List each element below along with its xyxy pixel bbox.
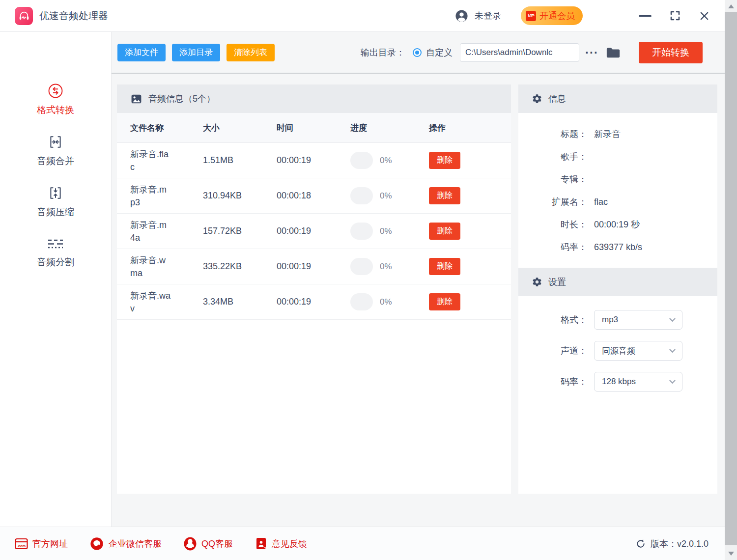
info-fields: 标题： 新录音 歌手： 专辑： 扩展名： flac 时长： 00:00:19 秒… bbox=[518, 113, 717, 268]
window-controls bbox=[606, 10, 710, 22]
add-folder-button[interactable]: 添加目录 bbox=[172, 44, 220, 61]
progress-value: 0% bbox=[380, 191, 392, 201]
delete-button[interactable]: 删除 bbox=[429, 223, 460, 240]
start-convert-button[interactable]: 开始转换 bbox=[639, 42, 703, 63]
info-field-bitrate: 码率： 639377 kb/s bbox=[518, 236, 717, 258]
headphones-icon bbox=[18, 9, 30, 22]
gear-icon bbox=[532, 93, 542, 104]
info-panel-header: 信息 bbox=[518, 84, 717, 113]
table-row[interactable]: 新录音.mp3 310.94KB 00:00:18 0% 删除 bbox=[117, 178, 511, 214]
browse-more-button[interactable]: ··· bbox=[585, 48, 598, 57]
file-time: 00:00:19 bbox=[277, 297, 350, 307]
progress-indicator bbox=[350, 187, 373, 204]
chevron-down-icon bbox=[669, 315, 676, 322]
toolbar: 添加文件 添加目录 清除列表 输出目录： 自定义 ··· 开始转换 bbox=[112, 32, 737, 74]
file-panel-header: 音频信息（5个） bbox=[117, 84, 511, 113]
sidebar-item-format-convert[interactable]: 格式转换 bbox=[0, 83, 111, 116]
info-field-artist: 歌手： bbox=[518, 145, 717, 168]
sidebar-item-audio-compress[interactable]: 音频压缩 bbox=[0, 185, 111, 219]
info-field-title: 标题： 新录音 bbox=[518, 123, 717, 145]
bitrate-select[interactable]: 128 kbps bbox=[594, 372, 682, 392]
channel-select[interactable]: 同源音频 bbox=[594, 341, 682, 361]
sidebar-item-label: 音频压缩 bbox=[37, 206, 74, 219]
custom-radio-label: 自定义 bbox=[426, 47, 453, 58]
progress-indicator bbox=[350, 152, 373, 169]
clear-list-button[interactable]: 清除列表 bbox=[227, 44, 275, 61]
official-website-link[interactable]: .com 官方网址 bbox=[15, 538, 68, 550]
sidebar-item-audio-merge[interactable]: 音频合并 bbox=[0, 134, 111, 168]
file-time: 00:00:19 bbox=[277, 261, 350, 272]
app-title: 优速音频处理器 bbox=[39, 9, 108, 23]
output-path-input[interactable] bbox=[460, 43, 579, 62]
table-row[interactable]: 新录音.wav 3.34MB 00:00:19 0% 删除 bbox=[117, 284, 511, 320]
file-name: 新录音.wav bbox=[130, 289, 170, 315]
file-size: 310.94KB bbox=[203, 191, 277, 201]
login-status[interactable]: 未登录 bbox=[454, 9, 501, 23]
sidebar-item-audio-split[interactable]: 音频分割 bbox=[0, 236, 111, 269]
feedback-icon bbox=[255, 537, 267, 551]
output-dir-label: 输出目录： bbox=[361, 47, 405, 58]
close-icon bbox=[699, 10, 710, 22]
delete-button[interactable]: 删除 bbox=[429, 293, 460, 310]
file-time: 00:00:19 bbox=[277, 226, 350, 236]
minimize-button[interactable] bbox=[639, 15, 652, 17]
wechat-support-link[interactable]: 企业微信客服 bbox=[89, 536, 162, 551]
close-button[interactable] bbox=[699, 10, 710, 22]
audio-split-icon bbox=[47, 236, 64, 251]
settings-panel-title: 设置 bbox=[548, 276, 566, 288]
progress-indicator bbox=[350, 258, 373, 275]
progress-value: 0% bbox=[380, 226, 392, 236]
scrollbar-thumb[interactable] bbox=[725, 12, 737, 545]
file-panel-title: 音频信息（5个） bbox=[148, 93, 215, 105]
table-row[interactable]: 新录音.m4a 157.72KB 00:00:19 0% 删除 bbox=[117, 214, 511, 249]
column-header-action: 操作 bbox=[429, 122, 511, 134]
delete-button[interactable]: 删除 bbox=[429, 152, 460, 169]
open-vip-button[interactable]: VIP 开通会员 bbox=[521, 6, 583, 25]
file-time: 00:00:19 bbox=[277, 155, 350, 166]
app-logo bbox=[15, 7, 33, 25]
info-settings-panel: 信息 标题： 新录音 歌手： 专辑： 扩展名： flac 时长： 00:00:1… bbox=[518, 84, 717, 494]
sidebar-item-label: 音频合并 bbox=[37, 155, 74, 168]
vip-badge-icon: VIP bbox=[526, 11, 536, 21]
feedback-link[interactable]: 意见反馈 bbox=[255, 537, 307, 551]
channel-label: 声道： bbox=[518, 345, 587, 357]
file-size: 157.72KB bbox=[203, 226, 277, 236]
scroll-down-arrow[interactable] bbox=[728, 552, 734, 556]
custom-radio[interactable] bbox=[413, 48, 422, 57]
table-row[interactable]: 新录音.flac 1.51MB 00:00:19 0% 删除 bbox=[117, 143, 511, 178]
open-folder-button[interactable] bbox=[606, 46, 621, 59]
file-size: 1.51MB bbox=[203, 155, 277, 166]
add-file-button[interactable]: 添加文件 bbox=[117, 44, 166, 61]
maximize-button[interactable] bbox=[669, 10, 681, 22]
progress-indicator bbox=[350, 293, 373, 310]
setting-channel: 声道： 同源音频 bbox=[518, 341, 717, 361]
qq-support-link[interactable]: QQ客服 bbox=[183, 536, 233, 551]
scroll-up-arrow[interactable] bbox=[728, 4, 734, 8]
audio-merge-icon bbox=[48, 134, 63, 150]
file-name: 新录音.wma bbox=[130, 254, 170, 280]
column-header-name: 文件名称 bbox=[130, 122, 203, 134]
info-field-extension: 扩展名： flac bbox=[518, 191, 717, 213]
sidebar-item-label: 音频分割 bbox=[37, 256, 74, 269]
qq-icon bbox=[183, 536, 197, 551]
delete-button[interactable]: 删除 bbox=[429, 187, 460, 204]
main-area: 音频信息（5个） 文件名称 大小 时间 进度 操作 新录音.flac 1.51M… bbox=[112, 74, 737, 527]
setting-bitrate: 码率： 128 kbps bbox=[518, 372, 717, 392]
open-vip-label: 开通会员 bbox=[539, 10, 575, 22]
file-name: 新录音.flac bbox=[130, 148, 170, 173]
sidebar: 格式转换 音频合并 音频压缩 音频分割 bbox=[0, 32, 112, 527]
chevron-down-icon bbox=[669, 346, 676, 353]
sidebar-item-label: 格式转换 bbox=[37, 104, 74, 116]
settings-fields: 格式： mp3 声道： 同源音频 码率： 128 kbps bbox=[518, 296, 717, 392]
format-select[interactable]: mp3 bbox=[594, 310, 682, 330]
format-convert-icon bbox=[48, 83, 63, 99]
delete-button[interactable]: 删除 bbox=[429, 258, 460, 275]
refresh-icon[interactable] bbox=[635, 538, 646, 549]
audio-info-icon bbox=[130, 93, 142, 105]
window-scrollbar[interactable] bbox=[725, 0, 737, 560]
menu-button[interactable] bbox=[606, 11, 621, 21]
file-size: 3.34MB bbox=[203, 297, 277, 307]
folder-icon bbox=[606, 46, 621, 59]
table-row[interactable]: 新录音.wma 335.22KB 00:00:19 0% 删除 bbox=[117, 249, 511, 284]
maximize-icon bbox=[669, 10, 681, 22]
